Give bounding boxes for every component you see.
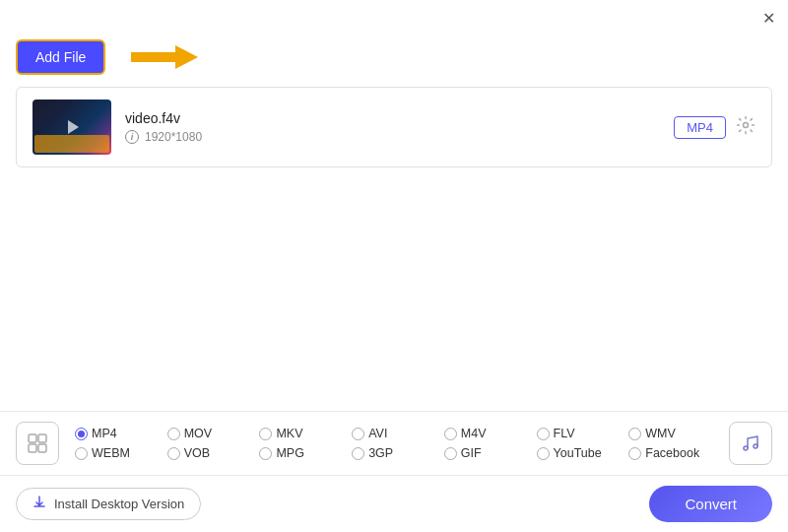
radio-mp4	[75, 428, 88, 440]
thumbnail-overlay	[34, 135, 109, 153]
svg-rect-4	[38, 434, 46, 442]
radio-gif	[444, 447, 457, 460]
arrow-icon	[121, 42, 200, 72]
format-option-m4v[interactable]: M4V	[444, 427, 537, 440]
format-option-gif[interactable]: GIF	[444, 446, 537, 460]
format-label-m4v: M4V	[461, 427, 487, 440]
format-label-avi: AVI	[368, 427, 387, 440]
format-option-3gp[interactable]: 3GP	[352, 446, 444, 460]
format-option-flv[interactable]: FLV	[537, 427, 629, 440]
radio-wmv	[628, 428, 641, 440]
format-selector: MP4 MOV MKV AVI M4V FLV	[0, 412, 788, 476]
svg-point-2	[744, 122, 749, 127]
settings-icon[interactable]	[736, 115, 755, 140]
install-desktop-button[interactable]: Install Desktop Version	[16, 488, 201, 520]
video-format-icon[interactable]	[16, 422, 59, 465]
radio-youtube	[537, 447, 550, 460]
format-label-wmv: WMV	[645, 427, 676, 440]
radio-mkv	[259, 428, 272, 440]
file-list-area: video.f4v i 1920*1080 MP4	[16, 87, 772, 167]
svg-marker-1	[68, 120, 79, 134]
format-option-vob[interactable]: VOB	[167, 446, 260, 460]
toolbar: Add File	[0, 35, 788, 87]
format-label-gif: GIF	[461, 446, 482, 460]
convert-button[interactable]: Convert	[649, 486, 772, 522]
arrow-indicator	[121, 42, 200, 72]
format-label-mov: MOV	[184, 427, 212, 440]
title-bar: ✕	[0, 0, 788, 35]
format-label-mkv: MKV	[276, 427, 302, 440]
file-meta: i 1920*1080	[125, 130, 660, 144]
format-options-grid: MP4 MOV MKV AVI M4V FLV	[75, 427, 721, 460]
add-file-button[interactable]: Add File	[16, 39, 105, 75]
file-name: video.f4v	[125, 110, 660, 126]
radio-avi	[352, 428, 364, 440]
format-label-webm: WEBM	[92, 446, 130, 460]
format-option-mpg[interactable]: MPG	[259, 446, 352, 460]
svg-point-8	[754, 444, 757, 448]
footer: Install Desktop Version Convert	[0, 476, 788, 532]
format-option-webm[interactable]: WEBM	[75, 446, 167, 460]
format-label-youtube: YouTube	[554, 446, 602, 460]
close-button[interactable]: ✕	[760, 10, 776, 26]
radio-facebook	[628, 447, 641, 460]
file-actions: MP4	[674, 115, 755, 140]
svg-marker-0	[131, 45, 198, 69]
format-option-facebook[interactable]: Facebook	[628, 446, 721, 460]
format-label-vob: VOB	[184, 446, 210, 460]
svg-rect-5	[29, 444, 36, 452]
format-label-mp4: MP4	[92, 427, 117, 440]
radio-vob	[167, 447, 180, 460]
format-option-mkv[interactable]: MKV	[259, 427, 352, 440]
download-icon	[33, 496, 46, 512]
file-item: video.f4v i 1920*1080 MP4	[17, 88, 771, 166]
install-label: Install Desktop Version	[54, 497, 184, 511]
format-label-facebook: Facebook	[645, 446, 699, 460]
radio-flv	[537, 428, 550, 440]
svg-rect-3	[29, 434, 36, 442]
format-label-mpg: MPG	[276, 446, 303, 460]
svg-point-7	[744, 446, 748, 450]
file-thumbnail	[33, 100, 111, 155]
format-option-wmv[interactable]: WMV	[628, 427, 721, 440]
info-icon: i	[125, 130, 139, 144]
format-option-avi[interactable]: AVI	[352, 427, 444, 440]
radio-mov	[167, 428, 180, 440]
file-resolution: 1920*1080	[145, 130, 202, 144]
format-label-3gp: 3GP	[368, 446, 393, 460]
svg-rect-6	[38, 444, 46, 452]
file-info: video.f4v i 1920*1080	[125, 110, 660, 144]
bottom-panel: MP4 MOV MKV AVI M4V FLV	[0, 411, 788, 532]
radio-3gp	[352, 447, 364, 460]
format-badge[interactable]: MP4	[674, 116, 726, 139]
audio-format-icon[interactable]	[729, 422, 772, 465]
format-option-mp4[interactable]: MP4	[75, 427, 167, 440]
radio-mpg	[259, 447, 272, 460]
format-option-mov[interactable]: MOV	[167, 427, 260, 440]
format-option-youtube[interactable]: YouTube	[537, 446, 629, 460]
radio-webm	[75, 447, 88, 460]
format-label-flv: FLV	[554, 427, 575, 440]
radio-m4v	[444, 428, 457, 440]
